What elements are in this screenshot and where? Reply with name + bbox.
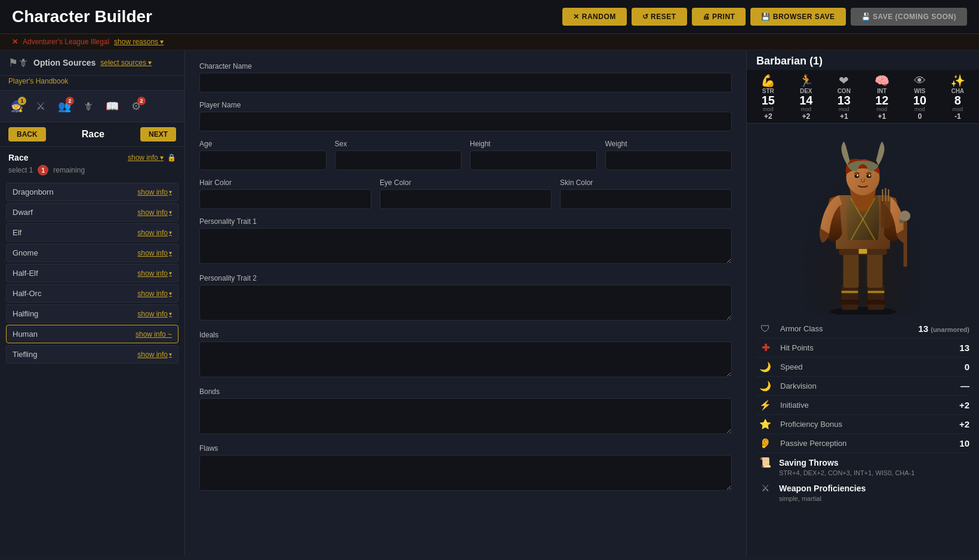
dragonborn-info-link[interactable]: show info ▾ (137, 188, 172, 196)
next-button[interactable]: NEXT (140, 127, 176, 141)
cha-icon: ✨ (939, 75, 977, 87)
armor-class-row: 🛡 Armor Class 13 (unarmored) (756, 319, 969, 339)
icon-nav-party[interactable]: 👥 2 (54, 96, 75, 117)
race-item-halfling[interactable]: Halfling show info ▾ (6, 304, 178, 323)
back-button[interactable]: BACK (8, 127, 46, 141)
half-orc-info-link[interactable]: show info ▾ (137, 290, 172, 298)
eye-input[interactable] (380, 189, 552, 209)
int-mod: +1 (863, 112, 901, 121)
initiative-row: ⚡ Initiative +2 (756, 396, 969, 415)
random-button[interactable]: ✕ RANDOM (562, 8, 626, 26)
sex-input[interactable] (335, 150, 462, 170)
show-reasons-link[interactable]: show reasons ▾ (114, 38, 164, 46)
darkvision-icon: 🌙 (756, 380, 774, 392)
svg-rect-7 (868, 291, 885, 293)
hit-points-row: ✚ Hit Points 13 (756, 339, 969, 358)
weight-group: Weight (605, 140, 732, 170)
str-value: 15 (749, 94, 787, 106)
trait2-input[interactable] (199, 285, 732, 321)
race-item-tiefling[interactable]: Tiefling show info ▾ (6, 345, 178, 364)
svg-point-20 (869, 175, 870, 177)
header-buttons: ✕ RANDOM ↺ RESET 🖨 PRINT 💾 BROWSER SAVE … (562, 8, 967, 26)
character-name-input[interactable] (199, 73, 732, 93)
gnome-info-link[interactable]: show info ▾ (137, 249, 172, 257)
barbarian-figure-svg (747, 124, 979, 315)
tiefling-info-link[interactable]: show info ▾ (137, 350, 172, 359)
icon-nav-equipment[interactable]: ⚙ 2 (125, 96, 147, 117)
race-item-dwarf[interactable]: Dwarf show info ▾ (6, 203, 178, 221)
hair-group: Hair Color (199, 179, 371, 209)
wis-mod-label: mod (901, 106, 939, 112)
icon-nav-background[interactable]: 🗡 (78, 96, 99, 117)
eye-group: Eye Color (380, 179, 552, 209)
player-name-input[interactable] (199, 112, 732, 131)
flaws-input[interactable] (199, 455, 732, 491)
hair-input[interactable] (199, 189, 371, 209)
stat-int: 🧠 INT 12 mod +1 (863, 75, 901, 121)
alert-text: Adventurer's League Illegal (23, 38, 109, 46)
race-name-human: Human (13, 330, 38, 339)
bonds-input[interactable] (199, 398, 732, 434)
race-item-dragonborn[interactable]: Dragonborn show info ▾ (6, 183, 178, 201)
armor-class-sub: (unarmored) (931, 326, 969, 333)
age-input[interactable] (199, 150, 327, 170)
half-elf-info-link[interactable]: show info ▾ (137, 269, 172, 278)
skin-label: Skin Color (560, 179, 732, 187)
dex-mod-label: mod (787, 106, 826, 112)
lock-icon[interactable]: 🔒 (167, 153, 176, 162)
remaining-label: remaining (53, 166, 85, 174)
right-panel: Barbarian (1) 💪 STR 15 mod +2 🏃 DEX 14 m… (746, 50, 979, 556)
race-item-half-elf[interactable]: Half-Elf show info ▾ (6, 264, 178, 282)
browser-save-button[interactable]: 💾 BROWSER SAVE (750, 8, 845, 26)
armor-class-value: 13 (unarmored) (918, 324, 969, 334)
option-sources-label: Option Sources (33, 58, 96, 67)
passive-perception-label: Passive Perception (780, 439, 953, 448)
race-list: Dragonborn show info ▾ Dwarf show info ▾… (0, 179, 184, 556)
reset-button[interactable]: ↺ RESET (632, 8, 687, 26)
dex-icon: 🏃 (787, 75, 826, 87)
svg-rect-2 (842, 285, 858, 310)
character-name-label: Character Name (199, 62, 732, 70)
hit-points-value: 13 (959, 343, 969, 353)
trait1-input[interactable] (199, 228, 732, 264)
icon-nav-class[interactable]: ⚔ (30, 96, 51, 117)
height-label: Height (470, 140, 597, 148)
skin-input[interactable] (560, 189, 732, 209)
race-name-halfling: Halfling (13, 309, 38, 318)
svg-rect-4 (841, 300, 860, 304)
ideals-input[interactable] (199, 341, 732, 377)
str-mod-label: mod (749, 106, 787, 112)
remaining-badge: 1 (38, 165, 48, 176)
height-input[interactable] (470, 150, 597, 170)
center-panel: Character Name Player Name Age Sex Heigh… (185, 50, 746, 556)
race-item-half-orc[interactable]: Half-Orc show info ▾ (6, 284, 178, 303)
icon-nav-spells[interactable]: 📖 (101, 96, 123, 117)
armor-class-label: Armor Class (780, 324, 912, 333)
bottom-stats: 🛡 Armor Class 13 (unarmored) ✚ Hit Point… (747, 315, 979, 509)
race-nav: BACK Race NEXT (0, 122, 184, 147)
bonds-label: Bonds (199, 387, 732, 396)
race-title: Race (82, 129, 104, 140)
race-name-gnome: Gnome (13, 248, 38, 257)
select-sources-link[interactable]: select sources ▾ (100, 59, 152, 67)
weapon-proficiencies-header: ⚔ Weapon Proficiencies (756, 479, 969, 495)
print-button[interactable]: 🖨 PRINT (692, 8, 746, 26)
race-item-gnome[interactable]: Gnome show info ▾ (6, 244, 178, 262)
eye-label: Eye Color (380, 179, 552, 187)
str-mod: +2 (749, 112, 787, 121)
race-item-elf[interactable]: Elf show info ▾ (6, 223, 178, 242)
race-name-elf: Elf (13, 228, 21, 237)
int-icon: 🧠 (863, 75, 901, 87)
halfling-info-link[interactable]: show info ▾ (137, 310, 172, 318)
race-show-info-link[interactable]: show info ▾ (128, 153, 164, 162)
trait2-label: Personality Trait 2 (199, 274, 732, 282)
weight-input[interactable] (605, 150, 732, 170)
elf-info-link[interactable]: show info ▾ (137, 229, 172, 237)
dwarf-info-link[interactable]: show info ▾ (137, 208, 172, 217)
player-name-group: Player Name (199, 101, 732, 131)
race-item-human[interactable]: Human show info ~ (6, 325, 178, 343)
human-info-link[interactable]: show info ~ (136, 330, 172, 339)
icon-nav-race[interactable]: 🧙 1 (6, 96, 27, 117)
race-name-half-orc: Half-Orc (13, 289, 41, 298)
int-mod-label: mod (863, 106, 901, 112)
